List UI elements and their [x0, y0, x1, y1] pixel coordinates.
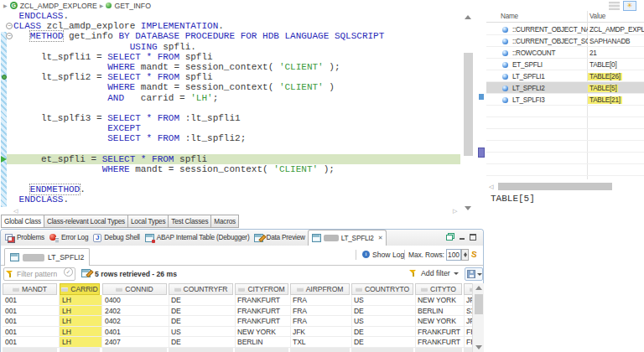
- scrollbar-thumb[interactable]: [475, 294, 483, 314]
- table-cell[interactable]: 001: [3, 316, 60, 327]
- table-cell[interactable]: 0400: [102, 295, 169, 306]
- show-log-link[interactable]: Show Log: [372, 251, 404, 259]
- table-cell[interactable]: FRANKFURT: [235, 316, 291, 327]
- column-header-connid[interactable]: CONNID: [102, 283, 167, 295]
- editor-tab-global-class[interactable]: Global Class: [1, 215, 44, 228]
- table-cell[interactable]: DE: [351, 306, 416, 317]
- chevron-right-icon[interactable]: ▶: [3, 3, 8, 8]
- table-cell[interactable]: TXL: [290, 337, 352, 348]
- column-header-cityfrom[interactable]: CITYFROM: [235, 283, 288, 295]
- collapse-all-icon[interactable]: [609, 2, 620, 10]
- table-cell[interactable]: DE: [169, 337, 236, 348]
- info-icon[interactable]: i: [362, 251, 370, 258]
- table-cell[interactable]: LH: [60, 306, 102, 317]
- table-cell[interactable]: 0402: [102, 316, 169, 327]
- scrollbar-thumb[interactable]: [464, 53, 473, 156]
- variables-hscrollbar[interactable]: ◁: [486, 182, 644, 192]
- table-cell[interactable]: NEW YORK: [415, 316, 465, 327]
- table-cell[interactable]: BERLIN: [415, 306, 465, 317]
- view-tab-debug-shell[interactable]: JDebug Shell: [91, 230, 142, 246]
- breadcrumb-method[interactable]: GET_INFO: [114, 2, 150, 10]
- name-column-header[interactable]: Name: [501, 13, 518, 20]
- table-cell[interactable]: 001: [3, 295, 60, 306]
- variable-row[interactable]: LT_SPLFI3TABLE[21]: [486, 94, 644, 106]
- column-header-countryfr[interactable]: COUNTRYFR: [169, 283, 233, 295]
- column-header-countryto[interactable]: COUNTRYTO: [351, 283, 413, 295]
- table-cell[interactable]: 001: [3, 337, 60, 348]
- overview-ruler-marker[interactable]: [478, 148, 485, 158]
- editor-tab-class-relevant-local-types[interactable]: Class-relevant Local Types: [44, 215, 128, 228]
- table-cell[interactable]: DE: [169, 306, 236, 317]
- fold-collapse-icon[interactable]: −: [6, 23, 13, 29]
- maximize-icon[interactable]: [470, 234, 476, 241]
- view-tab-data-preview[interactable]: Data Preview: [252, 230, 307, 246]
- breadcrumb-class[interactable]: ZCL_AMDP_EXPLORE: [20, 2, 97, 10]
- code-text[interactable]: ENDCLASS.CLASS zcl_amdp_explore IMPLEMEN…: [13, 11, 384, 205]
- table-cell[interactable]: FRA: [290, 306, 352, 317]
- column-header-airpfrom[interactable]: AIRPFROM: [290, 283, 350, 295]
- variable-row[interactable]: ::CURRENT_OBJECT_SCHEMASAPHANADB: [486, 35, 644, 47]
- scroll-up-icon[interactable]: [475, 286, 482, 290]
- table-cell[interactable]: LH: [60, 316, 102, 327]
- table-cell[interactable]: 0401: [102, 327, 169, 338]
- fold-collapse-icon[interactable]: −: [6, 33, 13, 39]
- table-cell[interactable]: 001: [3, 306, 60, 317]
- view-tab-abap-internal-table-debugger-[interactable]: ABAP Internal Table (Debugger): [143, 230, 252, 246]
- table-cell[interactable]: DE: [351, 337, 416, 348]
- variable-row[interactable]: ::ROWCOUNT21: [486, 47, 644, 59]
- variable-row[interactable]: ::CURRENT_OBJECT_NAMEZCL_AMDP_EXPLO: [486, 23, 644, 35]
- scroll-down-icon[interactable]: [465, 206, 471, 210]
- table-cell[interactable]: FRANKFURT: [415, 337, 465, 348]
- apply-filter-button[interactable]: ✓: [64, 267, 73, 277]
- table-cell[interactable]: NEW YORK: [235, 327, 291, 338]
- view-tab-error-log[interactable]: Error Log: [47, 230, 91, 246]
- scroll-down-icon[interactable]: [475, 345, 482, 349]
- table-cell[interactable]: FRA: [290, 295, 352, 306]
- table-cell[interactable]: FRANKFURT: [235, 306, 291, 317]
- variable-row[interactable]: LT_SPFLI1TABLE[26]: [486, 70, 644, 82]
- table-cell[interactable]: LH: [60, 327, 102, 338]
- table-cell[interactable]: LH: [60, 337, 102, 348]
- overview-ruler-marker[interactable]: [479, 94, 484, 100]
- column-header-cityto[interactable]: CITYTO: [415, 283, 462, 295]
- scrollbar-thumb[interactable]: [498, 183, 612, 190]
- table-cell[interactable]: JFK: [290, 327, 352, 338]
- value-column-header[interactable]: Value: [589, 13, 605, 20]
- table-cell[interactable]: 2407: [102, 337, 169, 348]
- table-cell[interactable]: FRA: [290, 316, 352, 327]
- max-rows-input[interactable]: 100: [446, 249, 461, 261]
- table-cell[interactable]: FRANKFURT: [235, 295, 291, 306]
- refresh-icon[interactable]: S: [470, 250, 477, 260]
- table-cell[interactable]: 2402: [102, 306, 169, 317]
- table-cell[interactable]: FRANKFURT: [415, 327, 465, 338]
- restore-icon[interactable]: [446, 233, 454, 241]
- table-cell[interactable]: LH: [60, 295, 102, 306]
- add-filter-button[interactable]: Add filter: [409, 269, 459, 277]
- table-cell[interactable]: US: [351, 295, 416, 306]
- minimize-icon[interactable]: [459, 234, 465, 241]
- column-header-mandt[interactable]: MANDT: [3, 283, 57, 295]
- editor-hscrollbar[interactable]: ◁▷: [0, 208, 460, 215]
- table-cell[interactable]: NEW YORK: [415, 295, 465, 306]
- variable-row[interactable]: ET_SPFLITABLE[0]: [486, 59, 644, 70]
- chevron-right-icon[interactable]: ▶: [100, 3, 104, 8]
- editor-tab-macros[interactable]: Macros: [211, 215, 239, 228]
- variable-row[interactable]: LT_SPFLI2TABLE[5]: [486, 82, 644, 94]
- variables-settings-icon[interactable]: ✳: [623, 1, 636, 11]
- table-cell[interactable]: BERLIN: [235, 337, 291, 348]
- view-tab-problems[interactable]: Problems: [3, 230, 47, 246]
- table-cell[interactable]: US: [351, 316, 416, 327]
- close-icon[interactable]: ✕: [378, 235, 383, 241]
- table-cell[interactable]: DE: [169, 316, 236, 327]
- editor-vscrollbar[interactable]: [462, 11, 475, 217]
- editor-tab-test-classes[interactable]: Test Classes: [169, 215, 211, 228]
- table-vscrollbar[interactable]: [472, 283, 484, 352]
- table-cell[interactable]: DE: [351, 327, 416, 338]
- view-tab-lt-spfli2[interactable]: LT_SPFLI2✕: [308, 230, 387, 246]
- breakpoint-icon[interactable]: [2, 75, 7, 80]
- scroll-up-icon[interactable]: [465, 15, 471, 19]
- editor-tab-local-types[interactable]: Local Types: [128, 215, 169, 228]
- max-rows-stepper[interactable]: [461, 249, 469, 261]
- result-tab[interactable]: LT_SPFLI2: [4, 248, 90, 266]
- save-results-button[interactable]: [465, 267, 483, 281]
